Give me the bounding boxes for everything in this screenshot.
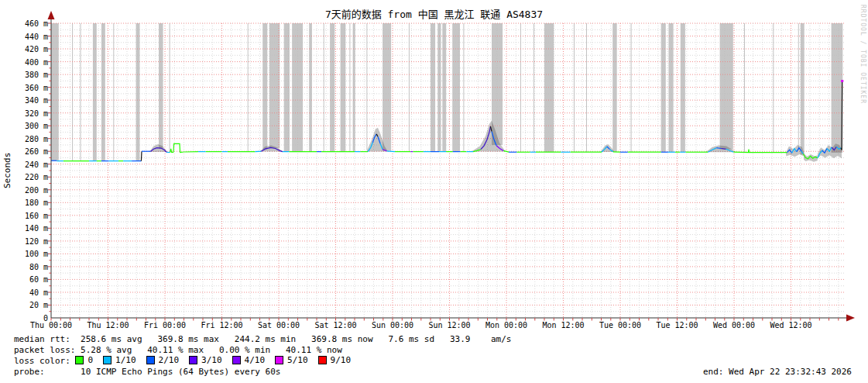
y-tick-label: 420 m bbox=[11, 45, 48, 53]
loss-legend-item: 2/10 bbox=[146, 355, 180, 366]
loss-color-swatch bbox=[318, 356, 327, 364]
loss-legend-label: 4/10 bbox=[245, 355, 266, 366]
end-timestamp: end: Wed Apr 22 23:32:43 2026 bbox=[703, 367, 852, 378]
loss-legend-item: 1/10 bbox=[103, 355, 136, 366]
x-tick-label: Mon 00:00 bbox=[484, 321, 529, 330]
y-tick-label: 340 m bbox=[11, 96, 48, 105]
now-marker bbox=[841, 80, 843, 82]
latency-plot-canvas bbox=[0, 0, 868, 333]
y-tick-label: 320 m bbox=[11, 109, 48, 118]
y-tick-label: 460 m bbox=[11, 19, 48, 28]
y-tick-label: 360 m bbox=[11, 84, 48, 92]
x-tick-label: Mon 12:00 bbox=[541, 321, 586, 330]
x-axis-arrow bbox=[846, 315, 855, 322]
y-tick-label: 380 m bbox=[11, 71, 48, 79]
x-tick-label: Fri 00:00 bbox=[142, 321, 187, 330]
loss-color-legend: loss color: 01/102/103/104/105/109/10 bbox=[14, 356, 511, 367]
median-rtt-line: median rtt: 258.6 ms avg 369.8 ms max 24… bbox=[14, 334, 511, 345]
y-tick-label: 260 m bbox=[11, 147, 48, 156]
loss-legend-label: 2/10 bbox=[159, 355, 180, 366]
y-tick-label: 80 m bbox=[11, 263, 48, 271]
smokeping-latency-graph: 7天前的数据 from 中国 黑龙江 联通 AS4837 RRDTOOL / T… bbox=[0, 0, 868, 383]
y-tick-label: 160 m bbox=[11, 212, 48, 220]
x-tick-label: Tue 00:00 bbox=[598, 321, 643, 330]
x-tick-label: Wed 00:00 bbox=[712, 321, 756, 330]
stats-block: median rtt: 258.6 ms avg 369.8 ms max 24… bbox=[14, 334, 511, 378]
loss-color-label: loss color: bbox=[14, 356, 75, 367]
loss-color-swatch bbox=[232, 356, 241, 364]
y-tick-label: 120 m bbox=[11, 237, 48, 246]
y-tick-label: 100 m bbox=[11, 250, 48, 258]
y-tick-label: 280 m bbox=[11, 135, 48, 143]
loss-legend-label: 3/10 bbox=[201, 355, 222, 366]
x-tick-label: Wed 12:00 bbox=[769, 321, 814, 330]
loss-color-swatch bbox=[275, 356, 283, 364]
y-tick-label: 20 m bbox=[11, 301, 48, 309]
loss-legend-item: 5/10 bbox=[275, 355, 308, 366]
loss-color-swatch bbox=[103, 356, 112, 364]
y-tick-label: 60 m bbox=[11, 275, 48, 284]
x-tick-label: Fri 12:00 bbox=[200, 321, 245, 330]
loss-legend-label: 0 bbox=[87, 355, 93, 366]
y-tick-label: 220 m bbox=[11, 173, 48, 181]
y-axis-arrow bbox=[48, 11, 55, 19]
y-tick-label: 180 m bbox=[11, 198, 48, 207]
x-tick-label: Sun 00:00 bbox=[370, 321, 415, 330]
loss-legend-label: 1/10 bbox=[115, 355, 136, 366]
x-tick-label: Thu 00:00 bbox=[29, 321, 74, 330]
loss-color-items: 01/102/103/104/105/109/10 bbox=[75, 355, 361, 368]
y-tick-label: 140 m bbox=[11, 224, 48, 233]
y-tick-label: 300 m bbox=[11, 122, 48, 130]
loss-legend-item: 9/10 bbox=[318, 355, 352, 366]
y-tick-label: 40 m bbox=[11, 288, 48, 297]
loss-color-swatch bbox=[75, 356, 84, 364]
x-tick-label: Tue 12:00 bbox=[655, 321, 700, 330]
x-tick-label: Thu 12:00 bbox=[86, 321, 131, 330]
loss-legend-item: 0 bbox=[75, 355, 93, 366]
loss-color-swatch bbox=[146, 356, 155, 364]
x-tick-label: Sat 12:00 bbox=[314, 321, 359, 330]
y-tick-label: 400 m bbox=[11, 58, 48, 67]
probe-line: probe: 10 ICMP Echo Pings (64 Bytes) eve… bbox=[14, 367, 511, 378]
x-tick-label: Sat 00:00 bbox=[256, 321, 301, 330]
loss-legend-label: 5/10 bbox=[287, 355, 308, 366]
loss-legend-item: 4/10 bbox=[232, 355, 266, 366]
x-tick-label: Sun 12:00 bbox=[427, 321, 472, 330]
loss-color-swatch bbox=[189, 356, 197, 364]
loss-legend-label: 9/10 bbox=[331, 355, 352, 366]
y-tick-label: 440 m bbox=[11, 33, 48, 41]
loss-legend-item: 3/10 bbox=[189, 355, 222, 366]
y-tick-label: 200 m bbox=[11, 186, 48, 195]
y-tick-label: 240 m bbox=[11, 160, 48, 169]
loss-bands-layer bbox=[51, 23, 842, 161]
